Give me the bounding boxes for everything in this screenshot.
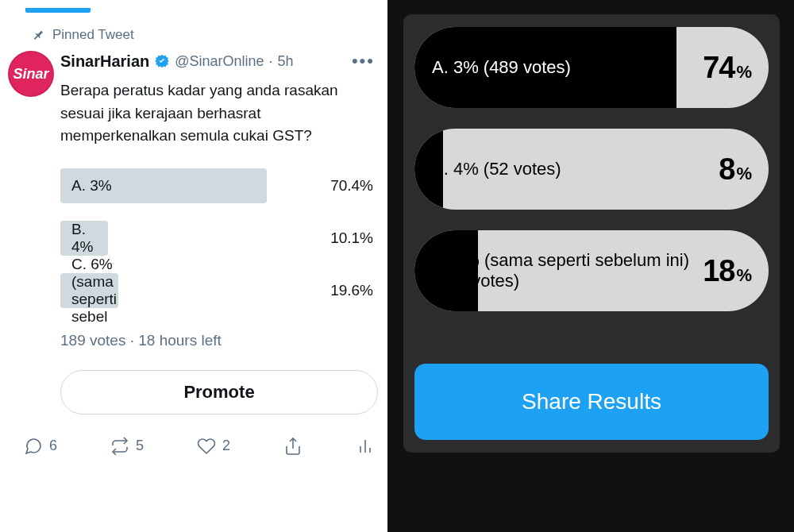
story-label: C. 6% (sama seperti sebelum ini) (117 vo…	[414, 250, 703, 291]
retweet-icon	[110, 437, 129, 456]
story-label: A. 3% (489 votes)	[414, 57, 703, 78]
display-name[interactable]: SinarHarian	[60, 52, 149, 71]
retweet-button[interactable]: 5	[110, 437, 144, 456]
like-button[interactable]: 2	[197, 437, 230, 456]
tweet-actions: 6 5 2	[24, 437, 375, 456]
poll-pct: 70.4%	[330, 177, 380, 195]
analytics-button[interactable]	[356, 437, 375, 456]
twitter-poll: A. 3% 70.4% B. 4% 10.1% C. 6% (sama sepe…	[60, 168, 380, 308]
story-poll: A. 3% (489 votes) 74% B. 4% (52 votes) 8…	[403, 14, 780, 453]
pin-icon	[32, 29, 44, 41]
verified-icon	[154, 53, 170, 69]
share-button[interactable]	[283, 437, 303, 456]
promote-button[interactable]: Promote	[60, 370, 378, 414]
reply-button[interactable]: 6	[24, 437, 57, 456]
story-pct: 74%	[703, 51, 769, 85]
analytics-icon	[356, 437, 375, 456]
heart-icon	[197, 437, 216, 456]
timestamp[interactable]: 5h	[278, 53, 294, 70]
tweet: Sinar SinarHarian @SinarOnline · 5h ••• …	[0, 51, 387, 456]
story-option[interactable]: B. 4% (52 votes) 8%	[414, 129, 769, 210]
story-panel: A. 3% (489 votes) 74% B. 4% (52 votes) 8…	[389, 0, 794, 532]
poll-row[interactable]: C. 6% (sama seperti sebel 19.6%	[60, 273, 380, 308]
poll-bar: C. 6% (sama seperti sebel	[60, 273, 118, 308]
like-count: 2	[222, 438, 230, 454]
share-icon	[283, 437, 303, 456]
poll-row[interactable]: A. 3% 70.4%	[60, 168, 380, 203]
poll-pct: 10.1%	[330, 229, 380, 247]
pinned-text: Pinned Tweet	[52, 27, 134, 43]
handle[interactable]: @SinarOnline	[175, 53, 264, 70]
retweet-count: 5	[136, 438, 144, 454]
story-label: B. 4% (52 votes)	[414, 159, 719, 179]
story-pct: 18%	[703, 254, 769, 288]
avatar-text: Sinar	[13, 66, 48, 83]
reply-icon	[24, 437, 43, 456]
poll-row[interactable]: B. 4% 10.1%	[60, 221, 380, 256]
poll-bar: A. 3%	[60, 168, 267, 203]
poll-meta: 189 votes · 18 hours left	[60, 332, 380, 349]
tab-indicator	[25, 8, 91, 13]
tweet-body: SinarHarian @SinarOnline · 5h ••• Berapa…	[60, 51, 380, 456]
story-option[interactable]: A. 3% (489 votes) 74%	[414, 27, 769, 108]
user-line: SinarHarian @SinarOnline · 5h •••	[60, 51, 380, 71]
dot: ·	[269, 53, 273, 70]
tweet-text: Berapa peratus kadar yang anda rasakan s…	[60, 79, 380, 148]
share-results-button[interactable]: Share Results	[414, 364, 769, 440]
poll-pct: 19.6%	[330, 282, 380, 299]
poll-bar: B. 4%	[60, 221, 108, 256]
avatar[interactable]: Sinar	[8, 51, 54, 97]
more-button[interactable]: •••	[352, 51, 380, 71]
story-pct: 8%	[719, 152, 769, 187]
story-option[interactable]: C. 6% (sama seperti sebelum ini) (117 vo…	[414, 230, 769, 311]
pinned-label: Pinned Tweet	[32, 27, 387, 43]
twitter-panel: Pinned Tweet Sinar SinarHarian @SinarOnl…	[0, 0, 389, 532]
reply-count: 6	[49, 438, 57, 454]
